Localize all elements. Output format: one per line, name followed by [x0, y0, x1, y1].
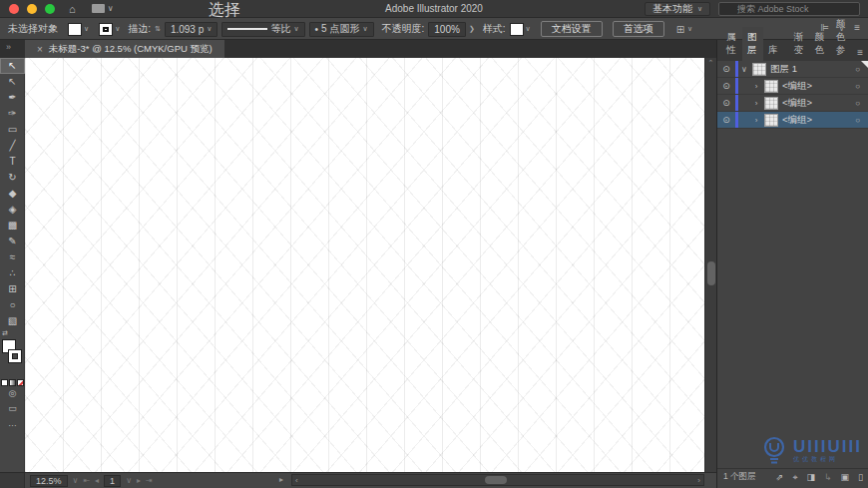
slice-tool[interactable]: ▧ [0, 313, 25, 329]
horizontal-scrollbar-thumb[interactable] [485, 476, 507, 484]
swap-fill-stroke-icon[interactable]: ⇄ [2, 329, 8, 337]
rotate-tool[interactable]: ↻ [0, 170, 25, 186]
layer-name[interactable]: 图层 1 [770, 63, 797, 76]
tab-libraries[interactable]: 库 [763, 40, 783, 61]
document-tab[interactable]: × 未标题-3* @ 12.5% (CMYK/GPU 预览) [25, 40, 224, 58]
group-thumbnail[interactable] [764, 80, 778, 93]
fill-color-control[interactable]: ∨ [68, 23, 89, 36]
last-artboard-icon[interactable]: ⇥ [146, 476, 153, 485]
panel-menu-icon[interactable]: ≡ [857, 47, 863, 61]
visibility-eye-icon[interactable]: ⊙ [717, 115, 735, 125]
target-circle-icon[interactable]: ○ [855, 65, 860, 74]
close-window-button[interactable] [9, 4, 19, 14]
artboard-canvas[interactable] [25, 58, 704, 472]
first-artboard-icon[interactable]: ⇤ [83, 476, 90, 485]
stroke-swatch[interactable] [99, 23, 113, 36]
vertical-scrollbar-thumb[interactable] [707, 261, 715, 285]
edit-toolbar-button[interactable]: … [0, 416, 25, 431]
target-circle-icon[interactable]: ○ [855, 82, 860, 91]
home-icon[interactable]: ⌂ [69, 3, 76, 15]
target-circle-icon[interactable]: ○ [855, 116, 860, 125]
visibility-eye-icon[interactable]: ⊙ [717, 64, 735, 74]
collect-export-icon[interactable]: ⇗ [776, 472, 784, 483]
none-mode-icon[interactable] [17, 379, 24, 386]
scroll-up-icon[interactable]: ⌃ [705, 58, 716, 68]
stroke-weight-field[interactable]: 1.093 p ∨ [165, 22, 218, 37]
scroll-right-icon[interactable]: › [697, 476, 700, 485]
tab-color[interactable]: 颜色 [810, 27, 831, 61]
rectangle-tool[interactable]: ▭ [0, 122, 25, 138]
layer-row-layer1[interactable]: ⊙ ∨ 图层 1 ○ [717, 61, 868, 78]
shaper-tool[interactable]: ◈ [0, 202, 25, 218]
gradient-mode-icon[interactable] [9, 379, 16, 386]
stroke-color-control[interactable]: ∨ [99, 23, 120, 36]
group-name[interactable]: <编组> [782, 97, 812, 110]
selection-tool[interactable]: ↖ [0, 58, 25, 74]
screen-mode-button[interactable]: ▭ [0, 401, 25, 416]
stroke-proxy[interactable] [8, 349, 22, 363]
target-circle-icon[interactable]: ○ [855, 99, 860, 108]
expand-chevron-icon[interactable]: ∨ [738, 65, 750, 74]
horizontal-scrollbar[interactable]: ‹ › [291, 474, 704, 486]
gradient-tool[interactable]: ▩ [0, 218, 25, 234]
new-layer-icon[interactable]: ▣ [841, 472, 850, 483]
eyedropper-tool[interactable]: ✎ [0, 234, 25, 249]
curvature-tool[interactable]: ✑ [0, 106, 25, 122]
blend-tool[interactable]: ≈ [0, 249, 25, 265]
zoom-tool[interactable]: ○ [0, 297, 25, 313]
layer-row-group2[interactable]: ⊙ › <编组> ○ [717, 95, 868, 112]
layer-row-group1[interactable]: ⊙ › <编组> ○ [717, 78, 868, 95]
type-tool[interactable]: T [0, 154, 25, 170]
opacity-field[interactable]: 100% [428, 22, 466, 37]
zoom-level-field[interactable]: 12.5% [30, 475, 68, 487]
symbol-sprayer-tool[interactable]: ∴ [0, 265, 25, 281]
layer-thumbnail[interactable] [752, 63, 766, 76]
width-profile-dropdown[interactable]: 等比 ∨ [221, 22, 304, 37]
style-swatch[interactable] [510, 23, 524, 36]
preferences-button[interactable]: 首选项 [613, 21, 664, 37]
close-tab-icon[interactable]: × [37, 44, 43, 55]
visibility-eye-icon[interactable]: ⊙ [717, 81, 735, 91]
fill-stroke-widget[interactable]: ⇄ [0, 333, 25, 377]
paintbrush-tool[interactable]: ╱ [0, 138, 25, 154]
visibility-eye-icon[interactable]: ⊙ [717, 98, 735, 108]
artboard-tool[interactable]: ⊞ [0, 281, 25, 297]
chevron-down-icon[interactable]: ∨ [73, 476, 79, 485]
scroll-left-icon[interactable]: ‹ [295, 476, 298, 485]
expand-chevron-icon[interactable]: › [750, 99, 762, 108]
layer-row-group3-selected[interactable]: ⊙ › <编组> ○ [717, 112, 868, 129]
next-artboard-icon[interactable]: ▸ [137, 476, 141, 485]
draw-mode-button[interactable]: ◎ [0, 386, 25, 401]
workspace-switcher-button[interactable]: 基本功能 ∨ [645, 2, 710, 16]
chevron-down-icon[interactable]: ∨ [126, 476, 132, 485]
tab-color-guide[interactable]: 颜色参 [831, 14, 858, 61]
minimize-window-button[interactable] [27, 4, 37, 14]
tab-layers[interactable]: 图层 [742, 27, 763, 61]
group-name[interactable]: <编组> [782, 80, 812, 93]
color-mode-icon[interactable] [1, 379, 8, 386]
panel-toggle-icon[interactable]: ⊞ [676, 24, 684, 35]
group-thumbnail[interactable] [764, 114, 778, 127]
new-sublayer-icon[interactable]: ↳ [824, 472, 832, 483]
make-mask-icon[interactable]: ◨ [806, 472, 815, 483]
zoom-window-button[interactable] [45, 4, 55, 14]
fill-swatch[interactable] [68, 23, 82, 36]
tab-gradient[interactable]: 渐变 [789, 27, 810, 61]
tab-properties[interactable]: 属性 [721, 27, 742, 61]
previous-artboard-icon[interactable]: ◂ [95, 476, 99, 485]
vertical-scrollbar[interactable]: ⌃ [704, 58, 716, 472]
document-setup-button[interactable]: 文档设置 [541, 21, 603, 37]
direct-selection-tool[interactable]: ↖ [0, 74, 25, 90]
stroke-stepper[interactable]: ⇅ [155, 25, 161, 33]
pen-tool[interactable]: ✒ [0, 90, 25, 106]
arrange-documents-button[interactable]: ∨ [92, 4, 114, 13]
expand-chevron-icon[interactable]: › [750, 82, 762, 91]
delete-layer-icon[interactable]: ▯ [858, 472, 863, 483]
artboard-number-field[interactable]: 1 [104, 475, 121, 487]
brush-definition-dropdown[interactable]: • 5 点圆形 ∨ [309, 22, 374, 37]
expand-chevron-icon[interactable]: › [750, 116, 762, 125]
locate-object-icon[interactable]: ⌖ [792, 472, 797, 483]
opacity-panel-arrow[interactable]: ❯ [469, 25, 475, 33]
graphic-style-control[interactable]: ∨ [510, 23, 531, 36]
group-name[interactable]: <编组> [782, 114, 812, 127]
